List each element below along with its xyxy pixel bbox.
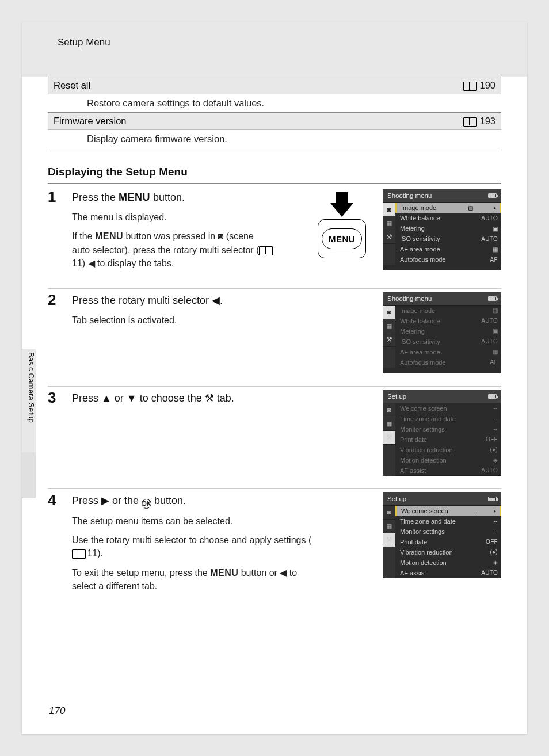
cam-row: Image mode▧ — [395, 203, 501, 213]
step-4-p2: Use the rotary multi selector to choose … — [72, 533, 319, 560]
cam-row: White balanceAUTO — [395, 316, 501, 326]
cam-row: Motion detection◈ — [395, 455, 501, 465]
battery-icon — [488, 497, 497, 501]
reset-all-page: 190 — [479, 80, 495, 91]
cam-row: Image mode▧ — [395, 306, 501, 316]
cam-tab-movie-icon: ▦ — [383, 520, 395, 533]
cam-row: Welcome screen-- — [395, 403, 501, 414]
step-4-assets: Set up ◙ ▦ ⚒ Welcome screen-- Time zone … — [383, 492, 501, 598]
header-band: Setup Menu — [22, 22, 527, 77]
menu-word: MENU — [119, 192, 150, 203]
cam-tab-camera-icon: ◙ — [383, 306, 395, 319]
firmware-desc: Display camera firmware version. — [48, 129, 501, 148]
cam-row: AF assistAUTO — [395, 568, 501, 578]
cam-tab-movie-icon: ▦ — [383, 319, 395, 333]
cam-tab-wrench-icon: ⚒ — [383, 533, 395, 547]
cam-row: ISO sensitivityAUTO — [395, 234, 501, 244]
cam-row: Monitor settings-- — [395, 424, 501, 434]
book-icon — [259, 246, 272, 254]
cam-row: Vibration reduction(●) — [395, 547, 501, 558]
step-2-num: 2 — [48, 292, 64, 373]
side-tab: Basic Camera Setup — [22, 349, 36, 452]
step-3-num: 3 — [48, 390, 64, 476]
cam-row: AF assistAUTO — [395, 465, 501, 476]
cam-row: Metering▣ — [395, 223, 501, 234]
cam1-tabs: ◙ ▦ ⚒ — [383, 203, 395, 265]
step-3-body: Press ▲ or ▼ to choose the ⚒ tab. — [72, 390, 375, 476]
cam-row: ISO sensitivityAUTO — [395, 337, 501, 347]
cam-tab-movie-icon: ▦ — [383, 417, 395, 431]
firmware-label: Firmware version — [54, 116, 463, 127]
cam-row: Monitor settings-- — [395, 526, 501, 537]
step-2-body: Press the rotary multi selector ◀. Tab s… — [72, 292, 375, 373]
side-tab-highlight — [22, 452, 36, 498]
menu-button-outline: MENU — [318, 219, 366, 258]
battery-icon — [488, 193, 497, 198]
step-2-assets: Shooting menu ◙ ▦ ⚒ Image mode▧ White ba… — [383, 292, 501, 373]
step-3: 3 Press ▲ or ▼ to choose the ⚒ tab. Set … — [48, 390, 501, 489]
step-1: 1 Press the MENU button. The menu is dis… — [48, 189, 501, 289]
step-1-assets: MENU Shooting menu ◙ ▦ ⚒ — [312, 189, 501, 276]
arrow-down-icon — [330, 203, 353, 217]
cam-tab-camera-icon: ◙ — [383, 403, 395, 417]
menu-button-graphic: MENU — [312, 189, 371, 258]
cam-tab-wrench-icon: ⚒ — [383, 230, 395, 244]
cam1-title: Shooting menu — [383, 189, 501, 203]
cam-row: Time zone and date-- — [395, 516, 501, 526]
header-title: Setup Menu — [58, 37, 110, 48]
page-number: 170 — [49, 705, 65, 717]
table-row-reset-all: Reset all 190 — [48, 77, 501, 94]
battery-icon — [488, 394, 497, 399]
reset-all-pageref: 190 — [463, 80, 495, 91]
scene-icon: ◙ — [218, 231, 224, 241]
step-4-num: 4 — [48, 492, 64, 598]
cam-tab-camera-icon: ◙ — [383, 506, 395, 520]
cam-row: Autofocus modeAF — [395, 254, 501, 265]
cam-row: White balanceAUTO — [395, 213, 501, 223]
camera-screen-4: Set up ◙ ▦ ⚒ Welcome screen-- Time zone … — [383, 492, 501, 578]
table-row-firmware: Firmware version 193 — [48, 112, 501, 129]
step-4-body: Press ▶ or the OK button. The setup menu… — [72, 492, 375, 598]
reset-all-desc: Restore camera settings to default value… — [48, 94, 501, 112]
step-4-p1: The setup menu items can be selected. — [72, 514, 319, 528]
step-4-title: Press ▶ or the OK button. — [72, 494, 375, 509]
book-icon — [72, 549, 85, 558]
cam-row: Vibration reduction(●) — [395, 445, 501, 455]
step-2-title: Press the rotary multi selector ◀. — [72, 293, 375, 308]
cam-tab-wrench-icon: ⚒ — [383, 333, 395, 347]
cam-row: AF area mode▦ — [395, 347, 501, 357]
camera-screen-1: Shooting menu ◙ ▦ ⚒ Image mode▧ White ba… — [383, 189, 501, 270]
side-tab-label: Basic Camera Setup — [27, 352, 36, 423]
cam-row: Metering▣ — [395, 326, 501, 337]
battery-icon — [488, 296, 497, 301]
step-4-p3: To exit the setup menu, press the MENU b… — [72, 566, 319, 593]
cam-row: Autofocus modeAF — [395, 357, 501, 368]
cam-row: Print dateOFF — [395, 537, 501, 547]
section-heading: Displaying the Setup Menu — [48, 166, 501, 178]
cam-row: Welcome screen-- — [395, 506, 501, 516]
cam-row: Print dateOFF — [395, 434, 501, 445]
firmware-pageref: 193 — [463, 116, 495, 127]
camera-screen-2: Shooting menu ◙ ▦ ⚒ Image mode▧ White ba… — [383, 292, 501, 373]
section-rule — [48, 183, 501, 184]
step-1-p1: The menu is displayed. — [72, 211, 273, 224]
step-3-assets: Set up ◙ ▦ ⚒ Welcome screen-- Time zone … — [383, 390, 501, 476]
cam-tab-camera-icon: ◙ — [383, 203, 395, 216]
step-2: 2 Press the rotary multi selector ◀. Tab… — [48, 292, 501, 387]
content: Reset all 190 Restore camera settings to… — [22, 77, 527, 611]
menu-button-label: MENU — [322, 228, 362, 249]
book-icon — [463, 117, 476, 125]
step-1-title: Press the MENU button. — [72, 190, 304, 205]
cam-row: Time zone and date-- — [395, 414, 501, 424]
step-1-p2: If the MENU button was pressed in ◙ (sce… — [72, 230, 273, 270]
camera-screen-3: Set up ◙ ▦ ⚒ Welcome screen-- Time zone … — [383, 390, 501, 476]
reset-all-label: Reset all — [54, 80, 463, 91]
ok-icon: OK — [142, 499, 151, 509]
cam-tab-movie-icon: ▦ — [383, 216, 395, 230]
step-4: 4 Press ▶ or the OK button. The setup me… — [48, 492, 501, 611]
cam1-rows: Image mode▧ White balanceAUTO Metering▣ … — [395, 203, 501, 265]
cam-row: Motion detection◈ — [395, 558, 501, 568]
step-1-num: 1 — [48, 189, 64, 276]
page: Setup Menu Basic Camera Setup Reset all … — [22, 22, 527, 734]
cam-tab-wrench-icon: ⚒ — [383, 431, 395, 445]
